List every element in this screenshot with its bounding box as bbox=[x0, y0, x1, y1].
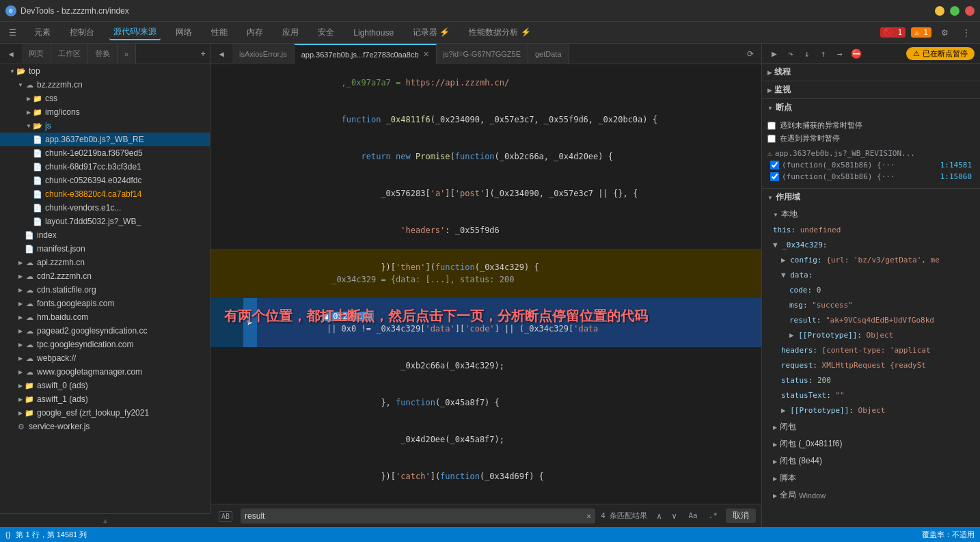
close-button[interactable] bbox=[965, 6, 975, 16]
tree-item-imgicons[interactable]: 📁 img/icons bbox=[0, 105, 210, 119]
tree-item-google-esf[interactable]: 📁 google_esf (zrt_lookup_fy2021 bbox=[0, 406, 210, 420]
tree-item-top[interactable]: 📂 top bbox=[0, 64, 210, 78]
tree-item-aswift0[interactable]: 📁 aswift_0 (ads) bbox=[0, 379, 210, 392]
toolbar-application[interactable]: 应用 bbox=[278, 25, 303, 40]
tree-item-index[interactable]: 📄 index bbox=[0, 228, 210, 242]
search-regex-toggle[interactable]: AB bbox=[216, 510, 235, 522]
bp-checkbox-2[interactable] bbox=[770, 172, 779, 181]
tab-getdata[interactable]: getData bbox=[528, 44, 569, 64]
resume-button[interactable]: ▶ bbox=[767, 46, 781, 60]
toolbar-network[interactable]: 网络 bbox=[172, 25, 196, 40]
closure-8e44-header[interactable]: 闭包 (8e44) bbox=[762, 452, 980, 470]
search-next-button[interactable]: ∨ bbox=[668, 510, 681, 522]
tab-jsid[interactable]: js?id=G-G67N7GGZ5E bbox=[437, 44, 528, 64]
search-cancel-button[interactable]: 取消 bbox=[726, 509, 756, 523]
step-into-button[interactable]: ↓ bbox=[800, 46, 814, 60]
tree-item-chunk1[interactable]: 📄 chunk-1e0219ba.f3679ed5 bbox=[0, 146, 210, 160]
expand-icon[interactable]: ▼ bbox=[781, 271, 790, 280]
expand-icon[interactable]: ▶ bbox=[781, 256, 790, 265]
script-scope-header[interactable]: 脚本 bbox=[762, 470, 980, 487]
closure-header[interactable]: 闭包 bbox=[762, 418, 980, 435]
tree-item-css[interactable]: 📁 css bbox=[0, 92, 210, 105]
tree-item-manifest[interactable]: 📄 manifest.json bbox=[0, 242, 210, 256]
checkbox-all[interactable] bbox=[767, 135, 776, 143]
bp-line-number-2: 1:15060 bbox=[940, 172, 972, 181]
tab-more[interactable]: » bbox=[118, 44, 136, 64]
tab-replace[interactable]: 替换 bbox=[88, 44, 118, 64]
thread-header[interactable]: 线程 bbox=[762, 64, 980, 81]
toolbar-performance-insights[interactable]: 性能数据分析 ⚡ bbox=[465, 25, 534, 40]
tree-item-service-worker[interactable]: ⚙ service-worker.js bbox=[0, 420, 210, 433]
search-case-sensitive[interactable]: Aa bbox=[686, 511, 700, 521]
watch-header[interactable]: 监视 bbox=[762, 81, 980, 98]
closure-0x4811f6-header[interactable]: 闭包 (_0x4811f6) bbox=[762, 435, 980, 452]
more-tools-button[interactable]: ⋮ bbox=[958, 27, 975, 39]
sidebar-resize-handle[interactable]: ▲ bbox=[0, 513, 210, 527]
settings-button[interactable]: ⚙ bbox=[937, 27, 953, 39]
toolbar-sources[interactable]: 源代码/来源 bbox=[109, 25, 161, 40]
code-editor[interactable]: 有两个位置，都打上断点，然后点击下一页，分析断点停留位置的代码 ,_0x97a7… bbox=[210, 64, 761, 504]
step-button[interactable]: → bbox=[833, 46, 847, 60]
toolbar-security[interactable]: 安全 bbox=[314, 25, 338, 40]
scope-key: data bbox=[790, 271, 808, 280]
toolbar-memory[interactable]: 内存 bbox=[243, 25, 267, 40]
tree-item-bz[interactable]: ☁ bz.zzzmh.cn bbox=[0, 78, 210, 92]
tree-item-hm-baidu[interactable]: ☁ hm.baidu.com bbox=[0, 310, 210, 324]
minimize-button[interactable] bbox=[935, 6, 944, 16]
tree-item-js[interactable]: 📂 js bbox=[0, 119, 210, 133]
sources-back-button[interactable]: ◀ bbox=[213, 46, 230, 62]
menu-icon[interactable]: ☰ bbox=[5, 26, 19, 40]
local-scope-label: 本地 bbox=[781, 208, 798, 220]
checkbox-uncaught[interactable] bbox=[767, 122, 776, 130]
deactivate-breakpoints-button[interactable]: ⛔ bbox=[849, 46, 863, 60]
scope-header[interactable]: 作用域 bbox=[762, 189, 980, 206]
tree-item-layout[interactable]: 📄 layout.7ddd5032.js?_WB_ bbox=[0, 215, 210, 228]
close-icon[interactable]: ✕ bbox=[423, 50, 429, 59]
toolbar-performance[interactable]: 性能 bbox=[207, 25, 232, 40]
new-tab-button[interactable]: + bbox=[196, 47, 210, 61]
tree-item-chunk3[interactable]: 📄 chunk-c0526394.e024dfdc bbox=[0, 174, 210, 187]
expand-icon[interactable]: ▼ bbox=[773, 241, 782, 249]
sidebar-toggle[interactable]: ◀ bbox=[3, 46, 19, 62]
tab-history-button[interactable]: ⟳ bbox=[742, 46, 759, 62]
tree-item-tpc[interactable]: ☁ tpc.googlesyndication.com bbox=[0, 338, 210, 351]
tab-app[interactable]: app.3637eb0b.js...f7e2783c0aa8cb ✕ bbox=[295, 44, 437, 64]
search-clear-button[interactable]: ✕ bbox=[586, 511, 591, 521]
bp-checkbox-1[interactable] bbox=[770, 161, 779, 170]
toolbar-lighthouse[interactable]: Lighthouse bbox=[349, 27, 398, 39]
scope-headers: headers: [content-type: 'applicat bbox=[762, 343, 980, 358]
tab-webpage[interactable]: 网页 bbox=[22, 44, 51, 64]
tree-item-aswift1[interactable]: 📁 aswift_1 (ads) bbox=[0, 392, 210, 406]
step-out-button[interactable]: ↑ bbox=[817, 46, 830, 60]
tree-item-chunk4[interactable]: 📄 chunk-e38820c4.ca7abf14 bbox=[0, 187, 210, 201]
tab-isaxioserror[interactable]: isAxiosError.js bbox=[232, 44, 295, 64]
tree-item-webpack[interactable]: ☁ webpack:// bbox=[0, 351, 210, 365]
tree-item-chunk-vendors[interactable]: 📄 chunk-vendors.e1c... bbox=[0, 201, 210, 215]
tree-item-pagead2[interactable]: ☁ pagead2.googlesyndication.cc bbox=[0, 324, 210, 338]
breakpoints-header[interactable]: 断点 bbox=[762, 99, 980, 116]
toolbar-console[interactable]: 控制台 bbox=[66, 25, 98, 40]
search-regex-button[interactable]: .* bbox=[706, 511, 720, 521]
breakpoint-item-2[interactable]: (function(_0x581b86) {··· 1:15060 bbox=[767, 171, 975, 182]
local-scope-header[interactable]: 本地 bbox=[762, 206, 980, 223]
tree-item-chunk2[interactable]: 📄 chunk-68d917cc.b3cf3de1 bbox=[0, 160, 210, 174]
toolbar-recorder[interactable]: 记录器 ⚡ bbox=[409, 25, 454, 40]
maximize-button[interactable] bbox=[950, 6, 959, 16]
toolbar-elements[interactable]: 元素 bbox=[30, 25, 55, 40]
tree-item-cdn-static[interactable]: ☁ cdn.staticfile.org bbox=[0, 283, 210, 297]
step-over-button[interactable]: ↷ bbox=[784, 46, 798, 60]
expand-icon[interactable]: ▶ bbox=[781, 406, 790, 415]
global-scope-header[interactable]: 全局 Window bbox=[762, 487, 980, 504]
breakpoint-item-1[interactable]: (function(_0x581b86) {··· 1:14581 bbox=[767, 159, 975, 171]
search-input[interactable] bbox=[245, 511, 584, 521]
chevron-right-icon bbox=[25, 94, 33, 103]
expand-icon[interactable]: ▶ bbox=[789, 331, 798, 340]
tree-item-fonts[interactable]: ☁ fonts.googleapis.com bbox=[0, 297, 210, 310]
tree-item-app[interactable]: 📄 app.3637eb0b.js?_WB_RE bbox=[0, 133, 210, 146]
closure-label: 闭包 (_0x4811f6) bbox=[780, 438, 842, 450]
tree-item-gtm[interactable]: ☁ www.googletagmanager.com bbox=[0, 365, 210, 379]
tab-workspace[interactable]: 工作区 bbox=[51, 44, 88, 64]
search-prev-button[interactable]: ∧ bbox=[653, 510, 666, 522]
tree-item-api[interactable]: ☁ api.zzzmh.cn bbox=[0, 256, 210, 269]
tree-item-cdn2[interactable]: ☁ cdn2.zzzmh.cn bbox=[0, 269, 210, 283]
